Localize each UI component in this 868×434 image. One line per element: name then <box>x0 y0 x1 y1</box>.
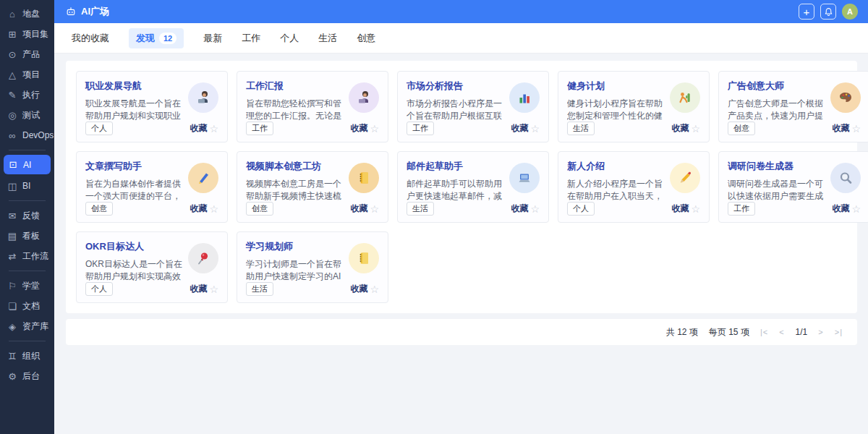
next-page-button[interactable]: > <box>818 328 823 336</box>
create-button[interactable]: + <box>799 4 814 20</box>
category-tag: 创意 <box>728 122 755 135</box>
sidebar-divider <box>9 150 46 150</box>
sidebar-item-home[interactable]: ⌂地盘 <box>0 4 54 24</box>
star-icon: ☆ <box>370 284 379 295</box>
discover-count-badge: 12 <box>159 33 176 44</box>
card-description: 健身计划小程序旨在帮助您制定和管理个性化的健身计划，让... <box>567 98 670 122</box>
current-page-indicator: 1/1 <box>796 327 808 337</box>
tab-latest[interactable]: 最新 <box>203 32 222 45</box>
sidebar-item-school[interactable]: ⚐学堂 <box>0 276 54 296</box>
sidebar: ⌂地盘 ⊞项目集 ⊙产品 △项目 ✎执行 ◎测试 ∞DevOps ⊡AI ◫BI… <box>0 0 54 434</box>
app-card-career-navigator[interactable]: 职业发展导航 职业发展导航是一个旨在帮助用户规划和实现职业目标的AI小... 个… <box>76 71 228 142</box>
sidebar-item-kanban[interactable]: ▤看板 <box>0 226 54 246</box>
sidebar-item-admin[interactable]: ⚙后台 <box>0 366 54 386</box>
project-set-icon: ⊞ <box>7 29 17 40</box>
first-page-button[interactable]: |< <box>760 328 768 336</box>
app-card-video-script-workshop[interactable]: 视频脚本创意工坊 视频脚本创意工房是一个帮助新手视频博主快速梳理视频创作... … <box>237 151 388 223</box>
tab-personal[interactable]: 个人 <box>280 32 299 45</box>
app-card-survey-generator[interactable]: 调研问卷生成器 调研问卷生成器是一个可以快速依据用户需要生成问卷内容的... 工… <box>718 151 868 223</box>
card-title: 职业发展导航 <box>85 80 188 93</box>
last-page-button[interactable]: >| <box>835 328 843 336</box>
card-description: 邮件起草助手可以帮助用户更快速地起草邮件，减少繁琐的手... <box>407 178 509 203</box>
card-title: 视频脚本创意工坊 <box>246 160 349 173</box>
palette-icon <box>830 82 861 113</box>
app-card-ad-creative-master[interactable]: 广告创意大师 广告创意大师是一个根据产品卖点，快速为用户提供广告文案... 创意… <box>718 71 868 142</box>
star-icon: ☆ <box>370 123 379 135</box>
sidebar-item-ai[interactable]: ⊡AI <box>4 155 51 174</box>
notifications-button[interactable] <box>820 4 836 20</box>
card-title: OKR目标达人 <box>85 240 188 253</box>
favorite-button[interactable]: 收藏☆ <box>511 203 540 215</box>
page-title: AI广场 <box>81 5 109 18</box>
pushpin-icon <box>188 243 218 273</box>
app-card-article-writer[interactable]: 文章撰写助手 旨在为自媒体创作者提供一个强大而便捷的平台，助力您撰写... 创意… <box>76 151 228 223</box>
favorite-button[interactable]: 收藏☆ <box>190 283 218 295</box>
writing-pen-icon <box>188 163 218 193</box>
star-icon: ☆ <box>530 203 540 215</box>
tab-discover[interactable]: 发现12 <box>129 28 184 48</box>
card-description: 学习计划师是一个旨在帮助用户快速制定学习的AI小程序，为... <box>246 258 349 283</box>
star-icon: ☆ <box>370 203 379 215</box>
app-card-fitness-plan[interactable]: 健身计划 健身计划小程序旨在帮助您制定和管理个性化的健身计划，让... 生活 收… <box>558 71 710 142</box>
bell-icon <box>824 7 833 17</box>
category-tag: 创意 <box>246 202 273 216</box>
app-card-study-planner[interactable]: 学习规划师 学习计划师是一个旨在帮助用户快速制定学习的AI小程序，为... 生活… <box>237 231 388 303</box>
laptop-icon <box>509 163 540 193</box>
notebook-icon <box>349 243 379 273</box>
sidebar-item-product[interactable]: ⊙产品 <box>0 44 54 64</box>
favorite-button[interactable]: 收藏☆ <box>832 122 861 135</box>
favorite-button[interactable]: 收藏☆ <box>350 283 379 295</box>
favorite-button[interactable]: 收藏☆ <box>671 203 700 215</box>
ai-robot-icon: ⊡ <box>8 159 18 170</box>
sidebar-item-project[interactable]: △项目 <box>0 64 54 85</box>
sidebar-item-feedback[interactable]: ✉反馈 <box>0 205 54 226</box>
home-icon: ⌂ <box>7 9 17 20</box>
per-page-count: 每页 15 项 <box>709 326 749 339</box>
tabs-bar: 我的收藏 发现12 最新 工作 个人 生活 创意 <box>54 23 868 54</box>
tab-creative[interactable]: 创意 <box>357 32 375 45</box>
card-description: 广告创意大师是一个根据产品卖点，快速为用户提供广告文案... <box>728 98 830 122</box>
robot-icon <box>66 7 76 17</box>
sidebar-item-workflow[interactable]: ⇄工作流 <box>0 246 54 266</box>
test-icon: ◎ <box>7 110 17 121</box>
tab-life[interactable]: 生活 <box>318 32 337 45</box>
tab-work[interactable]: 工作 <box>242 32 260 45</box>
tab-my-favorites[interactable]: 我的收藏 <box>72 32 109 45</box>
sidebar-item-organization[interactable]: ♊组织 <box>0 346 54 366</box>
favorite-button[interactable]: 收藏☆ <box>511 122 540 135</box>
star-icon: ☆ <box>209 284 218 295</box>
plus-icon: + <box>804 7 810 17</box>
favorite-button[interactable]: 收藏☆ <box>350 203 379 215</box>
sidebar-item-project-set[interactable]: ⊞项目集 <box>0 24 54 44</box>
card-description: 视频脚本创意工房是一个帮助新手视频博主快速梳理视频创作... <box>246 178 349 203</box>
card-description: 职业发展导航是一个旨在帮助用户规划和实现职业目标的AI小... <box>85 98 188 122</box>
category-tag: 个人 <box>567 202 595 216</box>
app-card-market-analysis[interactable]: 市场分析报告 市场分析报告小程序是一个旨在帮助用户根据互联网信息快速... 工作… <box>397 71 549 142</box>
notebook-icon <box>349 163 379 193</box>
sidebar-item-assets[interactable]: ◈资产库 <box>0 316 54 336</box>
app-card-work-report[interactable]: 工作汇报 旨在帮助您轻松撰写和管理您的工作汇报。无论是每周、每月... 工作 收… <box>237 71 388 142</box>
app-card-newcomer-intro[interactable]: 新人介绍 新人介绍小程序是一个旨在帮助用户在入职当天，快速编写自... 个人 收… <box>558 151 710 223</box>
favorite-button[interactable]: 收藏☆ <box>832 203 861 215</box>
sidebar-item-devops[interactable]: ∞DevOps <box>0 125 54 145</box>
star-icon: ☆ <box>851 123 861 135</box>
app-card-email-drafter[interactable]: 邮件起草助手 邮件起草助手可以帮助用户更快速地起草邮件，减少繁琐的手... 生活… <box>397 151 549 223</box>
prev-page-button[interactable]: < <box>779 328 784 336</box>
sidebar-item-execute[interactable]: ✎执行 <box>0 85 54 105</box>
star-icon: ☆ <box>691 203 700 215</box>
user-avatar[interactable]: A <box>842 4 858 20</box>
admin-gear-icon: ⚙ <box>7 371 17 382</box>
app-card-okr-master[interactable]: OKR目标达人 OKR目标达人是一个旨在帮助用户规划和实现高效目标管理的A...… <box>76 231 228 303</box>
school-icon: ⚐ <box>7 281 17 292</box>
card-description: 市场分析报告小程序是一个旨在帮助用户根据互联网信息快速... <box>407 98 509 122</box>
sidebar-item-bi[interactable]: ◫BI <box>0 176 54 196</box>
sidebar-item-test[interactable]: ◎测试 <box>0 105 54 125</box>
bi-chart-icon: ◫ <box>7 181 17 192</box>
favorite-button[interactable]: 收藏☆ <box>190 122 218 135</box>
favorite-button[interactable]: 收藏☆ <box>671 122 700 135</box>
category-tag: 生活 <box>567 122 595 135</box>
sidebar-item-docs[interactable]: ❏文档 <box>0 296 54 316</box>
card-title: 新人介绍 <box>567 160 670 173</box>
favorite-button[interactable]: 收藏☆ <box>190 203 218 215</box>
favorite-button[interactable]: 收藏☆ <box>350 122 379 135</box>
